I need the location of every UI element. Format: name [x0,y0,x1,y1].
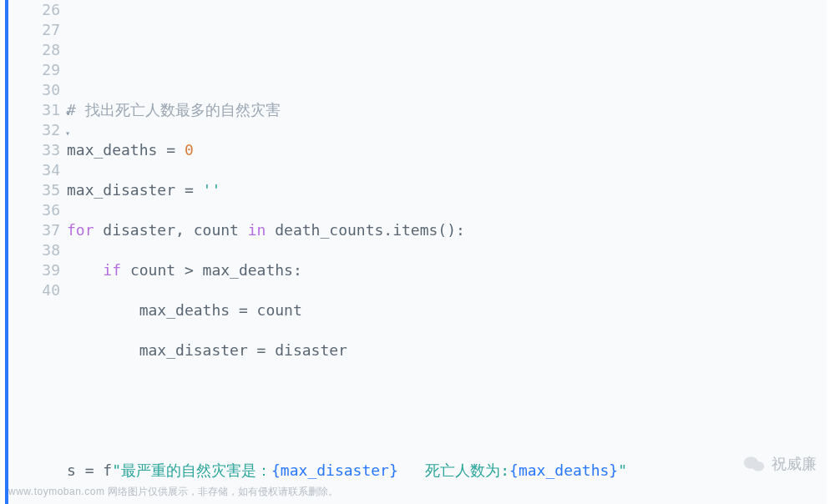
line-number: 26 [25,0,60,20]
svg-point-5 [752,461,764,471]
line-number: 36 [25,200,60,220]
line-number: 37 [25,220,60,240]
fold-marker-icon[interactable]: ▾ [65,123,70,144]
line-number: 32▾ [25,120,60,140]
line-number: 29 [25,60,60,80]
line-number: 34 [25,160,60,180]
line-number: 33 [25,140,60,160]
code-comment: # 找出死亡人数最多的自然灾害 [67,101,281,118]
footer-note: www.toymoban.com 网络图片仅供展示，非存储，如有侵权请联系删除。 [8,485,338,499]
line-gutter: 26 27 28 29 30 31▾ 32▾ 33 34 35 36 37 38… [8,0,67,504]
footer-domain: www.toymoban.com [8,486,104,497]
line-number: 39 [25,260,60,280]
line-number: 30 [25,80,60,100]
line-number: 40 [25,280,60,300]
line-number: 31▾ [25,100,60,120]
line-number: 38 [25,240,60,260]
watermark-text: 祝威廉 [772,454,817,474]
app-frame: 26 27 28 29 30 31▾ 32▾ 33 34 35 36 37 38… [5,0,827,504]
code-area[interactable]: # 找出死亡人数最多的自然灾害 max_deaths = 0 max_disas… [67,0,827,504]
watermark: 祝威廉 [743,454,817,474]
wechat-icon [743,455,765,473]
code-editor[interactable]: 26 27 28 29 30 31▾ 32▾ 33 34 35 36 37 38… [8,0,827,504]
footer-text: 网络图片仅供展示，非存储，如有侵权请联系删除。 [104,486,337,497]
line-number: 27 [25,20,60,40]
line-number: 28 [25,40,60,60]
line-number: 35 [25,180,60,200]
fold-marker-icon[interactable]: ▾ [65,103,70,123]
